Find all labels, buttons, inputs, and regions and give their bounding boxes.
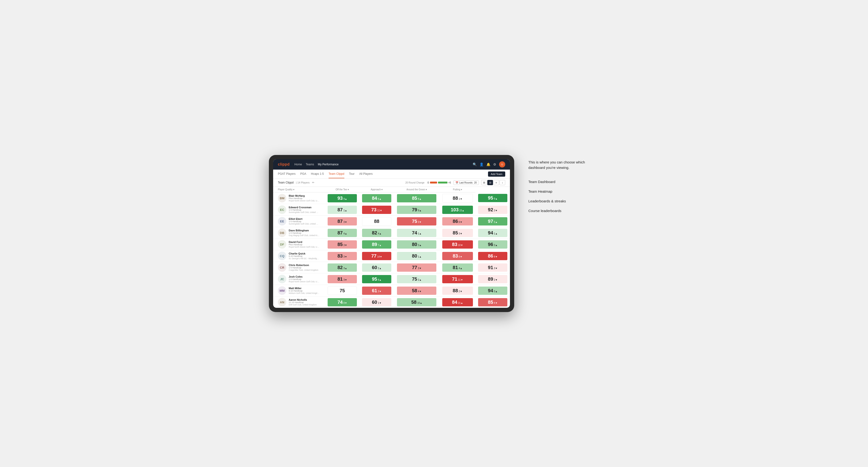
score-delta: 1▲ <box>343 209 347 212</box>
table-row: EC Edward Crossman 1-5 Handicap Sunningd… <box>273 204 510 216</box>
score-value: 75 <box>340 288 345 293</box>
player-name: Edward Crossman <box>289 206 319 209</box>
player-name: Chris Robertson <box>289 264 318 267</box>
score-delta: 8▲ <box>378 279 381 281</box>
score-box: 61 3▼ <box>362 286 391 295</box>
score-value: 80 <box>412 253 417 259</box>
user-avatar[interactable]: U <box>499 161 505 167</box>
score-delta: 4▼ <box>494 302 497 304</box>
search-icon[interactable]: 🔍 <box>473 162 477 166</box>
player-club: Gog Magog Golf Club, United Kingdom <box>289 234 319 237</box>
score-value: 85 <box>488 300 493 305</box>
score-value: 91 <box>488 265 493 270</box>
score-delta: 3▼ <box>378 290 381 293</box>
score-box: 89 2▼ <box>478 275 507 283</box>
score-box: 60 2▲ <box>362 263 391 272</box>
player-avatar: DB <box>278 228 286 237</box>
score-value: 87 <box>338 219 343 224</box>
player-name: Charlie Quick <box>289 252 319 255</box>
nav-home[interactable]: Home <box>294 163 302 166</box>
nav-links: Home Teams My Performance <box>294 163 468 166</box>
view-grid-large[interactable]: ⊟ <box>487 180 493 185</box>
subnav-hcaps[interactable]: Hcaps 1-5 <box>311 170 324 178</box>
subnav-pgat[interactable]: PGAT Players <box>278 170 296 178</box>
person-icon[interactable]: 👤 <box>479 162 484 166</box>
score-value: 96 <box>488 242 493 247</box>
score-box: 83 6▼ <box>442 252 473 260</box>
edit-icon[interactable]: ✏ <box>312 181 314 184</box>
score-approach: 75 3▼ <box>394 216 439 227</box>
score-approach: 74 1▲ <box>394 227 439 239</box>
player-avatar: BM <box>278 194 286 203</box>
score-approach: 80 1▲ <box>394 250 439 262</box>
last-rounds-button[interactable]: 📅 Last Rounds: 20 <box>453 181 479 185</box>
bell-icon[interactable]: 🔔 <box>486 162 490 166</box>
score-aroundGreen: 71 11▼ <box>439 273 475 285</box>
col-approach[interactable]: Approach ▾ <box>360 187 394 192</box>
subnav-all-players[interactable]: All Players <box>359 170 373 178</box>
player-handicap: 1-5 Handicap <box>289 267 318 269</box>
score-box: 85 3▼ <box>328 240 357 249</box>
score-box: 77 3▼ <box>397 263 436 272</box>
score-delta: 11▼ <box>458 279 463 281</box>
settings-icon[interactable]: ⚙ <box>493 162 496 166</box>
score-box: 92 3▼ <box>478 206 507 214</box>
score-value: 77 <box>412 265 417 270</box>
score-box: 94 3▲ <box>478 286 507 295</box>
subnav-pga[interactable]: PGA <box>300 170 306 178</box>
score-value: 87 <box>338 207 343 213</box>
score-box: 75 <box>328 286 357 295</box>
view-expand[interactable]: ↕ <box>500 180 505 185</box>
player-club: Royal North Devon Golf Club, United King… <box>289 199 319 202</box>
score-box: 84 6▲ <box>362 194 391 203</box>
subnav-tour[interactable]: Tour <box>349 170 354 178</box>
score-delta: 1▼ <box>378 302 381 304</box>
score-delta: 14▼ <box>377 255 382 258</box>
player-info: Blair McHarg Plus Handicap Royal North D… <box>289 194 319 202</box>
sub-nav: PGAT Players PGA Hcaps 1-5 Team Clippd T… <box>273 169 510 179</box>
score-box: 97 5▲ <box>478 217 507 225</box>
score-value: 61 <box>372 288 377 293</box>
add-team-button[interactable]: Add Team <box>488 172 505 177</box>
player-avatar: DF <box>278 240 286 249</box>
col-around-green[interactable]: Around the Green ▾ <box>394 187 439 192</box>
score-box: 75 2▲ <box>397 275 436 283</box>
table-row: EE Elliot Ebert 1-5 Handicap Sunningdale… <box>273 216 510 227</box>
score-quality: 83 3▼ <box>325 250 360 262</box>
score-quality: 74 8▼ <box>325 297 360 308</box>
score-box: 95 8▲ <box>362 275 391 283</box>
score-delta: 9▲ <box>418 209 422 212</box>
col-putting[interactable]: Putting ▾ <box>439 187 475 192</box>
score-offTee: 60 1▼ <box>360 297 394 308</box>
view-list[interactable]: ≡ <box>493 180 499 185</box>
score-aroundGreen: 81 4▲ <box>439 262 475 273</box>
score-delta: 3▼ <box>418 267 422 270</box>
score-value: 95 <box>372 276 377 282</box>
nav-icons: 🔍 👤 🔔 ⚙ U <box>473 161 505 167</box>
score-delta: 6▲ <box>378 198 381 200</box>
score-delta: 3▲ <box>494 244 497 247</box>
table-row: AN Aaron Nicholls 11-15 Handicap Drift G… <box>273 297 510 308</box>
player-avatar: EE <box>278 217 286 225</box>
player-club: St. George's Hill GC - Weybridge - Surre… <box>289 257 319 260</box>
player-avatar: MM <box>278 286 286 295</box>
last-rounds-icon: 📅 <box>456 181 458 184</box>
player-avatar: CQ <box>278 252 286 260</box>
player-club: Sunningdale Golf Club, United Kingdom <box>289 211 319 214</box>
nav-my-performance[interactable]: My Performance <box>318 163 338 166</box>
table-row: DB Dave Billingham 1-5 Handicap Gog Mago… <box>273 227 510 239</box>
view-grid-small[interactable]: ⊞ <box>481 180 487 185</box>
score-aroundGreen: 88 2▼ <box>439 285 475 297</box>
subnav-team-clippd[interactable]: Team Clippd <box>329 170 344 178</box>
col-off-tee[interactable]: Off the Tee ▾ <box>325 187 360 192</box>
score-putting: 94 3▲ <box>475 285 510 297</box>
score-delta: 4▲ <box>343 232 347 235</box>
col-player-quality[interactable]: Player Quality ▾ <box>273 187 325 192</box>
player-info: David Ford Plus Handicap Royal North Dev… <box>289 241 319 248</box>
nav-teams[interactable]: Teams <box>306 163 314 166</box>
score-delta: 2▼ <box>459 290 462 293</box>
table-row: MM Matt Miller 6-10 Handicap Woburn Golf… <box>273 285 510 297</box>
player-cell: DB Dave Billingham 1-5 Handicap Gog Mago… <box>273 227 325 239</box>
player-info: Elliot Ebert 1-5 Handicap Sunningdale Go… <box>289 217 319 225</box>
score-value: 60 <box>372 300 377 305</box>
